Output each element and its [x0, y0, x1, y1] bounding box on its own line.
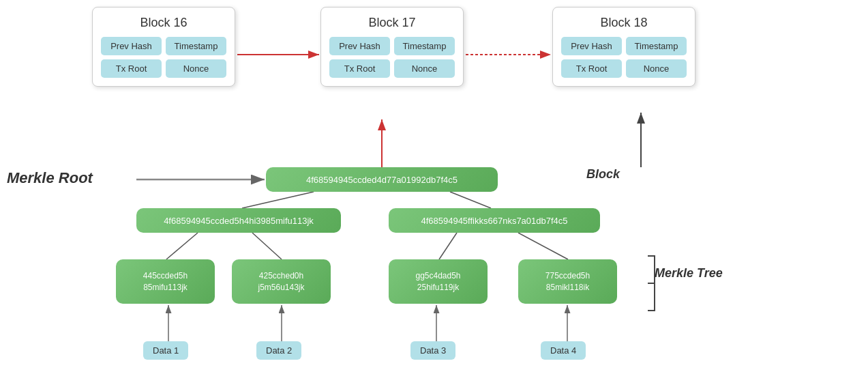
block-18-nonce: Nonce — [626, 59, 687, 78]
block-18-timestamp: Timestamp — [626, 37, 687, 55]
svg-line-13 — [518, 233, 568, 259]
block-17-prev-hash: Prev Hash — [329, 37, 390, 55]
block-17-card: Block 17 Prev Hash Timestamp Tx Root Non… — [320, 7, 464, 87]
block-17-title: Block 17 — [329, 16, 455, 30]
svg-line-8 — [242, 192, 314, 208]
leaf2-text: 425cched0hj5m56u143jk — [258, 270, 304, 293]
block-18-tx-root: Tx Root — [561, 59, 622, 78]
block-16-fields: Prev Hash Timestamp Tx Root Nonce — [101, 37, 226, 78]
blockchain-diagram: Block 16 Prev Hash Timestamp Tx Root Non… — [0, 0, 868, 387]
block-17-tx-root: Tx Root — [329, 59, 390, 78]
svg-line-10 — [166, 233, 198, 259]
merkle-root-hash: 4f68594945ccded4d77a01992db7f4c5 — [266, 167, 498, 192]
block-18-title: Block 18 — [561, 16, 687, 30]
block-16-nonce: Nonce — [166, 59, 226, 78]
svg-line-12 — [439, 233, 457, 259]
merkle-tree-label: Merkle Tree — [655, 266, 723, 281]
block-16-timestamp: Timestamp — [166, 37, 226, 55]
block-17-timestamp: Timestamp — [394, 37, 455, 55]
data-box-1: Data 1 — [143, 341, 188, 360]
leaf-hash-2: 425cched0hj5m56u143jk — [232, 259, 331, 304]
right-mid-hash: 4f68594945ffikks667nks7a01db7f4c5 — [389, 208, 600, 233]
block-16-prev-hash: Prev Hash — [101, 37, 162, 55]
data-box-3: Data 3 — [410, 341, 455, 360]
block-18-fields: Prev Hash Timestamp Tx Root Nonce — [561, 37, 687, 78]
left-mid-hash: 4f68594945ccded5h4hi3985mifu113jk — [136, 208, 341, 233]
leaf3-text: gg5c4dad5h25hifu119jk — [415, 270, 460, 293]
svg-line-11 — [252, 233, 282, 259]
leaf-hash-3: gg5c4dad5h25hifu119jk — [389, 259, 488, 304]
svg-line-9 — [450, 192, 491, 208]
leaf1-text: 445ccded5h85mifu113jk — [143, 270, 188, 293]
block-16-tx-root: Tx Root — [101, 59, 162, 78]
block-18-card: Block 18 Prev Hash Timestamp Tx Root Non… — [552, 7, 695, 87]
leaf-hash-4: 775ccded5h85mikl118ik — [518, 259, 617, 304]
leaf4-text: 775ccded5h85mikl118ik — [545, 270, 590, 293]
leaf-hash-1: 445ccded5h85mifu113jk — [116, 259, 215, 304]
block-label: Block — [586, 167, 620, 182]
block-17-nonce: Nonce — [394, 59, 455, 78]
data-box-4: Data 4 — [541, 341, 586, 360]
block-18-prev-hash: Prev Hash — [561, 37, 622, 55]
block-16-title: Block 16 — [101, 16, 226, 30]
data-box-2: Data 2 — [256, 341, 301, 360]
block-17-fields: Prev Hash Timestamp Tx Root Nonce — [329, 37, 455, 78]
block-16-card: Block 16 Prev Hash Timestamp Tx Root Non… — [92, 7, 235, 87]
merkle-root-label: Merkle Root — [7, 169, 93, 187]
